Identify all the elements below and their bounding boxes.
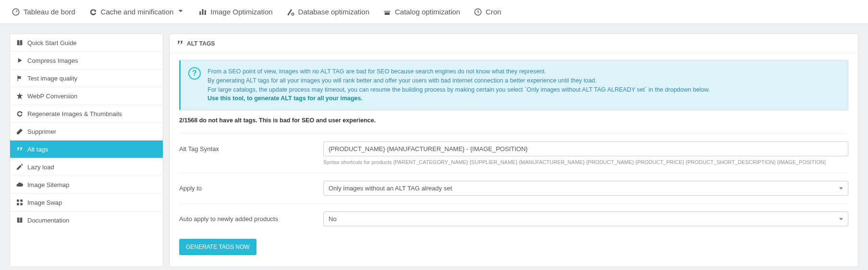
top-nav: Tableau de bord Cache and minification I… xyxy=(0,0,868,24)
row-auto-apply: Auto apply to newly added products No xyxy=(179,203,848,234)
select-apply-to[interactable]: Only images without an ALT TAG already s… xyxy=(323,181,848,196)
nav-label: Catalog optimization xyxy=(395,8,460,16)
sidebar-item-label: Image Swap xyxy=(27,199,62,206)
star-icon xyxy=(16,92,24,100)
sidebar-item-label: Lazy load xyxy=(27,164,54,171)
sidebar-supprimer[interactable]: Supprimer xyxy=(10,123,163,141)
nav-label: Cron xyxy=(486,8,501,16)
label-apply-to: Apply to xyxy=(179,181,323,192)
alt-tags-panel: ALT TAGS ? From a SEO point of view, ima… xyxy=(169,34,858,267)
sidebar-item-label: Image Sitemap xyxy=(27,181,69,188)
alert-line: For large catalogs, the update process m… xyxy=(208,85,710,94)
nav-dashboard[interactable]: Tableau de bord xyxy=(5,0,82,24)
sidebar-item-label: WebP Conversion xyxy=(27,93,77,100)
nav-label: Database optimization xyxy=(298,8,369,16)
row-alt-syntax: Alt Tag Syntax Syntax shortcuts for prod… xyxy=(179,133,848,173)
sidebar-item-label: Supprimer xyxy=(27,128,56,135)
nav-label: Image Optimization xyxy=(210,8,272,16)
flag-icon xyxy=(16,74,24,82)
status-text: 2/1568 do not have alt tags. This is bad… xyxy=(179,117,848,124)
generate-tags-button[interactable]: GENERATE TAGS NOW xyxy=(179,239,257,255)
dbtool-icon xyxy=(286,8,295,16)
svg-rect-3 xyxy=(205,10,206,15)
panel-title: ALT TAGS xyxy=(187,40,215,47)
info-alert: ? From a SEO point of view, images with … xyxy=(179,60,848,110)
pencil-icon xyxy=(16,163,24,171)
eraser-icon xyxy=(16,128,24,135)
chevron-down-icon xyxy=(176,7,185,17)
clock-icon xyxy=(474,8,482,16)
nav-cache[interactable]: Cache and minification xyxy=(82,0,192,24)
help-icon: ? xyxy=(188,67,201,80)
sidebar-documentation[interactable]: Documentation xyxy=(10,211,163,229)
sidebar-webp[interactable]: WebP Conversion xyxy=(10,87,163,105)
refresh-icon xyxy=(16,110,24,117)
label-auto-apply: Auto apply to newly added products xyxy=(179,211,323,223)
sidebar-test-quality[interactable]: Test image quality xyxy=(10,70,163,87)
alert-line-strong: Use this tool, to generate ALT tags for … xyxy=(208,94,710,103)
sidebar: Quick Start Guide Compress Images Test i… xyxy=(10,34,163,267)
cloud-icon xyxy=(16,181,24,188)
nav-cron[interactable]: Cron xyxy=(467,0,508,24)
nav-label: Cache and minification xyxy=(101,8,174,16)
refresh-icon xyxy=(89,8,98,16)
nav-catalog-opt[interactable]: Catalog optimization xyxy=(376,0,467,24)
sidebar-compress[interactable]: Compress Images xyxy=(10,52,163,70)
svg-rect-7 xyxy=(20,200,23,202)
quote-icon xyxy=(16,145,24,153)
select-auto-apply[interactable]: No xyxy=(323,211,848,226)
svg-rect-1 xyxy=(200,11,201,15)
alert-line: By generating ALT tags for all your imag… xyxy=(208,76,710,85)
sidebar-image-swap[interactable]: Image Swap xyxy=(10,194,163,211)
sidebar-alt-tags[interactable]: Alt tags xyxy=(10,141,163,158)
gauge-icon xyxy=(12,8,20,16)
sidebar-lazy-load[interactable]: Lazy load xyxy=(10,158,163,176)
svg-point-4 xyxy=(292,13,294,15)
book-icon xyxy=(16,216,24,224)
row-apply-to: Apply to Only images without an ALT TAG … xyxy=(179,173,848,203)
svg-rect-8 xyxy=(17,203,19,205)
hint-alt-syntax: Syntax shortcuts for products {PARENT_CA… xyxy=(323,159,848,165)
svg-rect-9 xyxy=(20,203,23,205)
svg-rect-6 xyxy=(17,200,19,202)
alert-line: From a SEO point of view, images with no… xyxy=(208,67,710,76)
sidebar-item-label: Test image quality xyxy=(27,75,77,82)
sidebar-regenerate[interactable]: Regenerate Images & Thumbnails xyxy=(10,105,163,123)
sidebar-quick-start[interactable]: Quick Start Guide xyxy=(10,34,163,52)
sidebar-item-label: Alt tags xyxy=(27,146,48,153)
bars-icon xyxy=(198,8,207,16)
sidebar-item-label: Compress Images xyxy=(27,57,78,64)
store-icon xyxy=(383,8,391,16)
nav-image-opt[interactable]: Image Optimization xyxy=(192,0,279,24)
grid-icon xyxy=(16,199,24,206)
sidebar-item-label: Quick Start Guide xyxy=(27,39,77,47)
book-icon xyxy=(16,39,24,47)
panel-heading: ALT TAGS xyxy=(170,34,858,53)
sidebar-image-sitemap[interactable]: Image Sitemap xyxy=(10,176,163,194)
sidebar-item-label: Documentation xyxy=(27,217,69,224)
label-alt-syntax: Alt Tag Syntax xyxy=(179,141,323,153)
nav-database-opt[interactable]: Database optimization xyxy=(280,0,376,24)
play-icon xyxy=(16,57,24,64)
svg-rect-2 xyxy=(202,9,204,15)
alert-body: From a SEO point of view, images with no… xyxy=(208,67,710,103)
sidebar-item-label: Regenerate Images & Thumbnails xyxy=(27,110,122,117)
nav-label: Tableau de bord xyxy=(24,8,75,16)
quote-icon xyxy=(176,39,184,48)
input-alt-syntax[interactable] xyxy=(323,141,848,156)
